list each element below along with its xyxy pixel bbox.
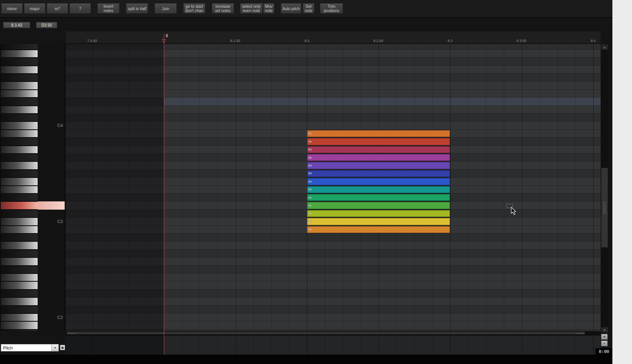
- midi-note-B2[interactable]: 96: [307, 226, 450, 233]
- midi-note-As3[interactable]: 96: [307, 138, 450, 145]
- piano-key-white[interactable]: [1, 226, 38, 233]
- midi-note-Ds3[interactable]: 96: [307, 194, 450, 201]
- toolbar-button-join[interactable]: Join: [154, 4, 177, 14]
- octave-label: C4: [57, 123, 63, 128]
- toolbar-button-select-only-even-note[interactable]: select onlyeven note: [240, 4, 263, 14]
- ruler-label: 8.2: [305, 39, 310, 43]
- zoom-in-button[interactable]: +: [601, 334, 608, 340]
- piano-key-white[interactable]: [1, 322, 38, 329]
- piano-key-black[interactable]: [1, 210, 38, 217]
- gridline-vertical: [486, 335, 486, 355]
- toolbar-button-trim-positions[interactable]: Trimpositions: [320, 4, 343, 14]
- scroll-grip-icon[interactable]: [576, 332, 584, 334]
- piano-key-white[interactable]: [1, 162, 38, 169]
- note-velocity-label: 96: [307, 228, 312, 231]
- toolbar-button-invert-notes[interactable]: Invertnotes: [97, 4, 120, 14]
- vertical-scrollbar[interactable]: ▲ ▼: [601, 44, 608, 333]
- toolbar-button-m7[interactable]: m7: [47, 4, 68, 14]
- note-velocity-label: 96: [307, 196, 312, 199]
- piano-key-preview-highlight: [38, 201, 65, 209]
- piano-key-white[interactable]: [1, 242, 38, 249]
- toolbar-button-auto-pitch[interactable]: Auto pitch: [281, 4, 301, 14]
- midi-note-Gs3[interactable]: 96: [307, 154, 450, 161]
- dropdown-arrow-icon[interactable]: ▼: [51, 344, 58, 351]
- gridline-vertical: [289, 44, 289, 331]
- piano-key-black[interactable]: [1, 306, 38, 313]
- scroll-down-button[interactable]: ▼: [601, 327, 608, 333]
- toolbar-button-set-note[interactable]: Setnote: [303, 4, 314, 14]
- piano-key-white[interactable]: [1, 146, 38, 153]
- horizontal-scrollbar-thumb[interactable]: [67, 331, 585, 335]
- piano-key-white[interactable]: [1, 106, 38, 113]
- piano-key-black[interactable]: [1, 250, 38, 257]
- gridline-vertical: [522, 335, 522, 355]
- piano-key-black[interactable]: [1, 58, 38, 65]
- highlighted-row: [164, 98, 601, 105]
- vertical-scrollbar-thumb[interactable]: [601, 168, 608, 248]
- piano-key-black[interactable]: [1, 44, 38, 49]
- toolbar-button-mov-note[interactable]: Movnote: [263, 4, 274, 14]
- piano-key-black[interactable]: [1, 154, 38, 161]
- piano-key-black[interactable]: [1, 74, 38, 81]
- toolbar-button-increase-sel-notes[interactable]: increasesel notes: [212, 4, 234, 14]
- midi-note-F3[interactable]: 96: [307, 178, 450, 185]
- piano-roll-grid[interactable]: 96969696969696969696969696: [66, 44, 601, 331]
- zoom-out-button[interactable]: −: [601, 340, 608, 346]
- piano-key-white[interactable]: [1, 50, 38, 57]
- outside-item-shade: [66, 44, 164, 331]
- octave-label: C3: [57, 219, 63, 224]
- midi-note-C3[interactable]: 96: [307, 218, 450, 225]
- note-velocity-label: 96: [307, 164, 312, 167]
- gridline-vertical: [486, 44, 486, 331]
- piano-key-white[interactable]: [1, 82, 38, 89]
- scroll-grip-icon[interactable]: [67, 332, 75, 334]
- timeline-ruler[interactable]: 8 ▽ 7.4.508.1.508.28.2.508.38.3.508.4: [66, 31, 601, 44]
- toolbar-button-major[interactable]: major: [24, 4, 45, 14]
- scroll-grip-icon[interactable]: [603, 201, 607, 214]
- midi-note-Fs3[interactable]: 96: [307, 170, 450, 177]
- piano-key-white[interactable]: [1, 186, 38, 193]
- piano-key-black[interactable]: [1, 194, 38, 201]
- piano-key-white[interactable]: [1, 298, 38, 305]
- gridline-vertical: [396, 335, 397, 355]
- piano-key-white[interactable]: [1, 218, 38, 225]
- piano-key-black[interactable]: [1, 234, 38, 241]
- gridline-vertical: [307, 335, 307, 355]
- piano-key-white[interactable]: [1, 90, 38, 97]
- cc-lane-selector[interactable]: Pitch ▼: [1, 344, 59, 351]
- piano-key-white[interactable]: [1, 314, 38, 321]
- piano-key-white[interactable]: [1, 202, 38, 209]
- piano-key-white[interactable]: [1, 258, 38, 265]
- toolbar-button-split-in-half[interactable]: split in half: [126, 4, 148, 14]
- ruler-label: 7.4.50: [87, 39, 97, 43]
- scroll-up-button[interactable]: ▲: [601, 44, 608, 50]
- midi-note-B3[interactable]: 96: [307, 130, 450, 137]
- gridline-vertical: [379, 335, 379, 355]
- piano-key-white[interactable]: [1, 274, 38, 281]
- toolbar-button-go-to-start-dont-chan[interactable]: go to startdon't chan: [183, 4, 205, 14]
- ruler-label: 8.1.50: [230, 39, 240, 43]
- piano-key-black[interactable]: [1, 170, 38, 177]
- piano-key-black[interactable]: [1, 290, 38, 297]
- toolbar-button-minor[interactable]: minor: [1, 4, 23, 14]
- piano-key-white[interactable]: [1, 130, 38, 137]
- piano-key-white[interactable]: [1, 282, 38, 289]
- piano-key-white[interactable]: [1, 178, 38, 185]
- horizontal-scrollbar[interactable]: [66, 331, 601, 335]
- gridline-vertical: [468, 335, 469, 355]
- midi-note-D3[interactable]: 96: [307, 202, 450, 209]
- piano-key-black[interactable]: [1, 138, 38, 145]
- midi-note-G3[interactable]: 96: [307, 162, 450, 169]
- piano-key-white[interactable]: [1, 66, 38, 73]
- toolbar-button-7[interactable]: 7: [69, 4, 91, 14]
- midi-note-E3[interactable]: 96: [307, 186, 450, 193]
- midi-note-A3[interactable]: 96: [307, 146, 450, 153]
- piano-key-black[interactable]: [1, 114, 38, 121]
- piano-key-white[interactable]: [1, 122, 38, 129]
- cc-lane-options-button[interactable]: [60, 345, 65, 350]
- piano-key-black[interactable]: [1, 98, 38, 105]
- midi-note-Cs3[interactable]: 96: [307, 210, 450, 217]
- piano-key-black[interactable]: [1, 266, 38, 273]
- piano-keys: C4C3C2: [0, 44, 65, 331]
- cc-lane[interactable]: [66, 335, 601, 355]
